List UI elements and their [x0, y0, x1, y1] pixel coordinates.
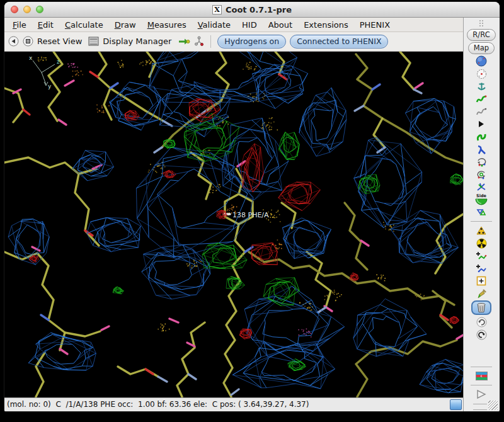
recentre-icon [476, 69, 487, 79]
reset-view-button[interactable]: Reset View [37, 37, 82, 46]
titlebar[interactable]: X Coot 0.7.1-pre [4, 2, 500, 18]
rotamers-button[interactable] [476, 168, 487, 181]
horizontal-scrollbar[interactable] [448, 399, 463, 410]
side-chain-180-button[interactable]: Side [475, 193, 488, 206]
place-atom-icon [476, 276, 486, 286]
svg-text:x: x [29, 55, 33, 61]
play-icon [478, 120, 485, 128]
menu-calculate[interactable]: Calculate [59, 19, 109, 31]
molecular-viewport[interactable]: xzy138 PHE/A [4, 52, 463, 397]
menu-extensions[interactable]: Extensions [298, 19, 354, 31]
window-title: X Coot 0.7.1-pre [212, 5, 292, 14]
jiggle-fit-button[interactable] [476, 370, 488, 382]
redo-icon [476, 329, 487, 340]
window-title-text: Coot 0.7.1-pre [226, 5, 292, 14]
paintbrush-icon [476, 288, 487, 299]
phenix-connection-button[interactable]: Connected to PHENIX [290, 35, 388, 48]
torsion-general-button[interactable] [476, 181, 487, 193]
toolbar: Reset View Display Manager [4, 32, 463, 52]
resize-grip[interactable] [488, 401, 498, 410]
svg-text:z: z [57, 59, 60, 65]
mutate-triangle-icon [476, 225, 487, 236]
svg-text:138 PHE/A: 138 PHE/A [232, 211, 269, 219]
globe-icon [476, 55, 487, 67]
coot-window: X Coot 0.7.1-pre FileEditCalculateDrawMe… [4, 2, 500, 411]
place-atom-button[interactable] [476, 275, 486, 287]
back-view-icon[interactable] [8, 36, 19, 47]
sidebar-separator [471, 367, 492, 367]
recentre-button[interactable] [476, 67, 487, 80]
scrollbar-thumb[interactable] [450, 399, 462, 410]
delete-item-button[interactable] [471, 300, 491, 315]
hydrogens-toggle-button[interactable]: Hydrogens on [217, 35, 286, 48]
clear-pending-button[interactable] [476, 287, 487, 300]
flip-peptide-icon [476, 207, 487, 217]
rrc-button[interactable]: R/RC [467, 29, 495, 41]
torsion-icon [476, 182, 487, 193]
auto-rotamer-icon [476, 157, 487, 168]
rigid-body-fit-button[interactable] [476, 130, 487, 143]
menubar: FileEditCalculateDrawMeasuresValidateHID… [4, 18, 463, 32]
add-terminal-residue-button[interactable] [476, 249, 487, 262]
toolbar-separator [210, 35, 211, 48]
statusbar-lines [473, 404, 487, 410]
add-alt-conf-icon [476, 263, 487, 273]
menu-draw[interactable]: Draw [109, 19, 142, 31]
simple-mutate-button[interactable] [476, 237, 487, 249]
menu-edit[interactable]: Edit [32, 19, 59, 31]
redo-button[interactable] [476, 328, 487, 341]
refine-zone-icon [476, 94, 487, 105]
globe-display-button[interactable] [476, 55, 487, 67]
regularize-zone-button[interactable] [476, 105, 487, 118]
x11-icon: X [212, 5, 222, 14]
rigid-body-icon [476, 132, 487, 142]
rotamer-icon [476, 169, 487, 180]
add-alt-conf-button[interactable] [476, 262, 487, 275]
map-button[interactable]: Map [468, 42, 495, 54]
flag-icon [476, 372, 488, 380]
run-script-button[interactable] [476, 388, 487, 401]
menu-about[interactable]: About [263, 19, 298, 31]
undo-button[interactable] [476, 316, 487, 328]
molecule-icon[interactable] [194, 36, 204, 47]
auto-fit-rotamer-button[interactable] [476, 156, 487, 168]
atom-status-text: (mol. no: 0) C /1/A/138 PHE occ: 1.00 bf… [4, 400, 448, 409]
sidebar-separator [471, 221, 492, 222]
menu-phenix[interactable]: PHENIX [354, 19, 396, 31]
radiation-icon [476, 238, 487, 249]
anchor-button[interactable] [476, 80, 487, 93]
trash-icon [476, 302, 486, 313]
side-half-sphere-icon [475, 198, 488, 205]
status-row: (mol. no: 0) C /1/A/138 PHE occ: 1.00 bf… [4, 397, 463, 411]
rot-trans-icon [476, 144, 487, 155]
reset-view-icon[interactable] [23, 36, 33, 47]
menu-validate[interactable]: Validate [192, 19, 236, 31]
display-manager-icon[interactable] [88, 37, 99, 46]
model-fit-refine-sidebar: R/RC Map [463, 18, 499, 411]
rot-trans-button[interactable] [476, 143, 487, 156]
sidebar-separator [471, 385, 492, 385]
close-button[interactable] [11, 6, 18, 13]
add-terminal-icon [476, 251, 487, 261]
anchor-icon [476, 81, 487, 92]
svg-text:y: y [48, 83, 52, 89]
toolbar-handle-icon[interactable] [478, 20, 484, 27]
menu-file[interactable]: File [7, 19, 32, 31]
mutate-autofit-button[interactable] [476, 224, 487, 237]
minimize-button[interactable] [23, 6, 31, 13]
play-outline-icon [476, 389, 487, 399]
electron-density-scene[interactable]: xzy138 PHE/A [4, 52, 463, 397]
menu-measures[interactable]: Measures [142, 19, 192, 31]
go-arrow-icon[interactable] [178, 37, 190, 46]
regularize-zone-icon [476, 106, 487, 117]
fixed-atoms-button[interactable] [478, 118, 485, 130]
undo-icon [476, 317, 487, 328]
flip-peptide-button[interactable] [476, 206, 487, 219]
display-manager-button[interactable]: Display Manager [103, 37, 171, 46]
zoom-button[interactable] [36, 6, 43, 13]
menu-hid[interactable]: HID [236, 19, 263, 31]
real-space-refine-button[interactable] [476, 93, 487, 105]
